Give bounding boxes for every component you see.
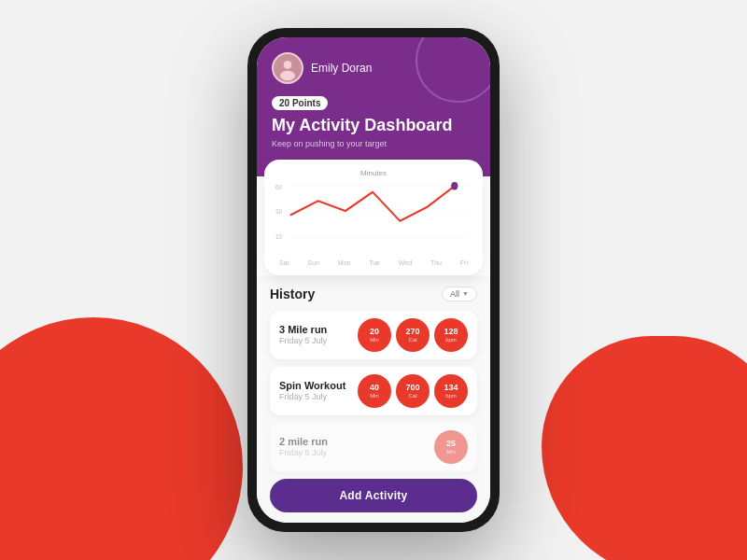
stat-circle-min: 40 Min (358, 374, 391, 408)
stat-circle-min: 20 Min (358, 318, 391, 352)
activity-info: Spin Workout Friday 5 July (279, 380, 345, 401)
activity-date: Friday 5 July (279, 448, 328, 457)
activity-stats: 20 Min 270 Cal 128 bpm (358, 318, 468, 352)
stat-unit: Cal (408, 337, 416, 343)
chart-card: Minutes 60 30 10 (264, 160, 483, 275)
bg-decoration-right (542, 336, 747, 560)
stat-value: 700 (405, 384, 419, 392)
stat-value: 270 (405, 328, 419, 336)
svg-text:30: 30 (275, 207, 282, 215)
stat-unit: Min (370, 393, 379, 399)
chart-x-labels: Sat Sun Mon Tue Wed Thu Fri (275, 259, 472, 266)
svg-point-9 (451, 182, 458, 190)
stat-value: 128 (444, 328, 458, 336)
stat-value: 40 (370, 384, 379, 392)
stat-unit: Min (446, 449, 456, 455)
phone-screen: Emily Doran 20 Points My Activity Dashbo… (257, 37, 490, 523)
svg-point-1 (284, 61, 292, 69)
stat-circle-bpm: 134 bpm (434, 374, 468, 408)
svg-text:60: 60 (275, 183, 282, 190)
activity-date: Friday 5 July (279, 392, 345, 401)
chart-x-thu: Thu (430, 259, 442, 266)
chevron-down-icon: ▼ (462, 290, 469, 297)
stat-unit: Cal (408, 393, 416, 399)
stat-unit: Min (370, 337, 379, 343)
bottom-section: History All ▼ 3 Mile run Friday 5 July 2… (257, 275, 490, 523)
stat-value: 20 (370, 328, 379, 336)
bg-decoration-left (0, 317, 243, 560)
stat-value: 25 (446, 440, 456, 448)
stat-unit: bpm (445, 393, 457, 399)
activity-stats: 40 Min 700 Cal 134 bpm (358, 374, 468, 408)
history-header: History All ▼ (270, 287, 477, 301)
chart-y-title: Minutes (275, 169, 472, 177)
dashboard-title: My Activity Dashboard (272, 116, 475, 136)
stat-circle-bpm: 128 bpm (434, 318, 468, 352)
phone-frame: Emily Doran 20 Points My Activity Dashbo… (247, 28, 500, 532)
activity-date: Friday 5 July (279, 336, 327, 345)
add-activity-button[interactable]: Add Activity (270, 479, 477, 512)
activity-name: Spin Workout (279, 380, 345, 391)
header-circle-decoration (416, 37, 490, 103)
chart-x-mon: Mon (338, 259, 351, 266)
chart-x-sat: Sat (279, 259, 289, 266)
user-name: Emily Doran (311, 62, 372, 75)
svg-text:10: 10 (275, 232, 282, 240)
activity-item-partial: 2 mile run Friday 5 July 25 Min (270, 423, 477, 471)
points-badge: 20 Points (272, 96, 328, 110)
stat-circle-cal: 700 Cal (396, 374, 430, 408)
stat-circle-min: 25 Min (434, 430, 468, 464)
chart-x-wed: Wed (399, 259, 412, 266)
stat-unit: bpm (445, 337, 457, 343)
chart-area: 60 30 10 (275, 181, 472, 256)
chart-x-tue: Tue (369, 259, 380, 266)
svg-point-2 (280, 71, 295, 81)
activity-name: 3 Mile run (279, 324, 327, 335)
history-title: History (270, 287, 315, 301)
activity-info: 2 mile run Friday 5 July (279, 436, 328, 457)
activity-name: 2 mile run (279, 436, 328, 447)
dashboard-subtitle: Keep on pushing to your target (272, 139, 475, 148)
activity-stats: 25 Min (434, 430, 468, 464)
avatar (272, 52, 303, 84)
activity-item: Spin Workout Friday 5 July 40 Min 700 Ca… (270, 367, 477, 415)
activity-item: 3 Mile run Friday 5 July 20 Min 270 Cal … (270, 311, 477, 359)
filter-button[interactable]: All ▼ (442, 287, 477, 301)
chart-x-fri: Fri (460, 259, 468, 266)
filter-label: All (450, 289, 459, 299)
chart-x-sun: Sun (307, 259, 318, 266)
stat-circle-cal: 270 Cal (396, 318, 430, 352)
header-section: Emily Doran 20 Points My Activity Dashbo… (257, 37, 490, 176)
stat-value: 134 (444, 384, 458, 392)
activity-info: 3 Mile run Friday 5 July (279, 324, 327, 345)
